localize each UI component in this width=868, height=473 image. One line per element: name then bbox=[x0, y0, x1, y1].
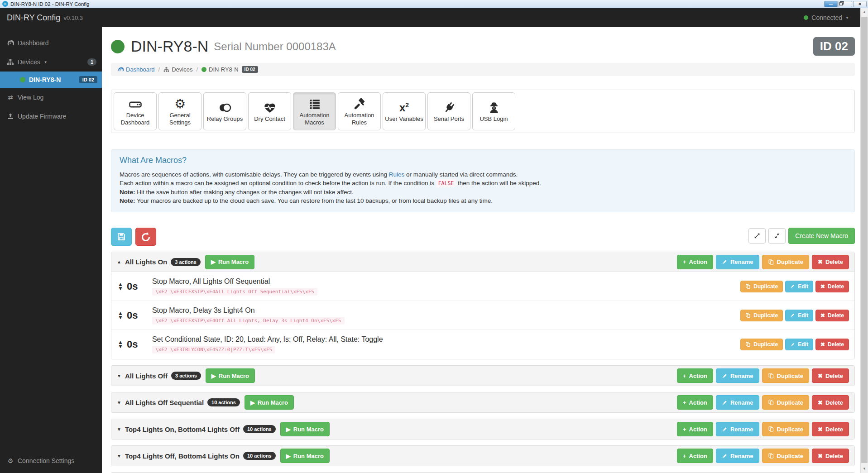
tab-automation-rules[interactable]: Automation Rules bbox=[338, 92, 381, 130]
play-icon: ▶ bbox=[250, 399, 255, 406]
sidebar-item-update-firmware[interactable]: Update Firmware bbox=[0, 107, 102, 126]
macro-name[interactable]: All Lights On bbox=[125, 258, 167, 266]
duplicate-macro-button[interactable]: Duplicate bbox=[762, 255, 810, 269]
breadcrumb-dashboard-link[interactable]: Dashboard bbox=[126, 66, 155, 73]
undo-button[interactable] bbox=[135, 228, 156, 246]
duplicate-action-button[interactable]: Duplicate bbox=[740, 281, 783, 292]
duplicate-macro-button[interactable]: Duplicate bbox=[762, 368, 810, 383]
x-icon: ✖ bbox=[818, 399, 823, 406]
sidebar-item-devices[interactable]: Devices ▼ 1 bbox=[0, 53, 102, 72]
restore-button[interactable] bbox=[839, 1, 852, 7]
tab-device-dashboard[interactable]: Device Dashboard bbox=[114, 92, 157, 130]
macro-name[interactable]: All Lights Off Sequential bbox=[125, 399, 204, 406]
macro-name[interactable]: Top4 Lights On, Bottom4 Lights Off bbox=[125, 425, 240, 433]
add-action-button[interactable]: +Action bbox=[677, 395, 713, 410]
info-note-1: Note: Hit the save button after making a… bbox=[120, 188, 846, 196]
delete-action-button[interactable]: ✖Delete bbox=[815, 339, 849, 350]
delete-macro-button[interactable]: ✖Delete bbox=[812, 395, 849, 410]
heartbeat-icon bbox=[264, 102, 276, 114]
tab-serial-ports[interactable]: Serial Ports bbox=[427, 92, 470, 130]
tab-general-settings[interactable]: ⚙ General Settings bbox=[158, 92, 201, 130]
run-macro-button[interactable]: ▶Run Macro bbox=[245, 395, 294, 410]
brand-version: v0.10.3 bbox=[63, 14, 83, 21]
macro-name[interactable]: Top4 Lights Off, Bottom4 Lights On bbox=[125, 452, 240, 460]
run-macro-button[interactable]: ▶Run Macro bbox=[205, 255, 254, 269]
rename-macro-button[interactable]: Rename bbox=[716, 395, 759, 410]
collapse-all-button[interactable] bbox=[768, 228, 786, 244]
drag-sort-handle[interactable]: ▲▼ bbox=[118, 340, 123, 349]
x-squared-icon: ≡x2 bbox=[399, 101, 409, 114]
pencil-icon bbox=[722, 426, 728, 432]
scrollbar-thumb[interactable] bbox=[861, 17, 868, 463]
duplicate-macro-button[interactable]: Duplicate bbox=[762, 449, 810, 463]
save-button[interactable] bbox=[111, 228, 132, 246]
caret-up-icon[interactable]: ▲ bbox=[117, 259, 121, 264]
breadcrumb-dashboard[interactable]: Dashboard bbox=[118, 66, 155, 73]
add-action-button[interactable]: +Action bbox=[677, 368, 713, 383]
delete-action-button[interactable]: ✖Delete bbox=[815, 310, 849, 321]
action-delay: 0s bbox=[127, 339, 142, 350]
run-macro-button[interactable]: ▶Run Macro bbox=[206, 368, 255, 383]
scroll-up-arrow-icon[interactable]: ▲ bbox=[861, 9, 868, 16]
close-button[interactable]: ✕ bbox=[853, 1, 867, 7]
expand-all-button[interactable] bbox=[748, 228, 766, 244]
tab-automation-macros[interactable]: Automation Macros bbox=[293, 92, 336, 130]
drag-sort-handle[interactable]: ▲▼ bbox=[118, 282, 123, 291]
plus-icon: + bbox=[683, 258, 686, 265]
tab-dry-contact[interactable]: Dry Contact bbox=[248, 92, 291, 130]
rename-macro-button[interactable]: Rename bbox=[716, 368, 759, 383]
tab-usb-login[interactable]: USB Login bbox=[472, 92, 515, 130]
macros-toolbar: Create New Macro bbox=[111, 228, 855, 246]
caret-down-icon[interactable]: ▼ bbox=[117, 454, 121, 459]
copy-icon bbox=[768, 453, 774, 459]
drag-sort-handle[interactable]: ▲▼ bbox=[118, 311, 123, 320]
sidebar-item-dashboard[interactable]: Dashboard bbox=[0, 33, 102, 53]
delete-action-button[interactable]: ✖Delete bbox=[815, 281, 849, 292]
add-action-button[interactable]: +Action bbox=[677, 422, 713, 436]
add-action-button[interactable]: +Action bbox=[677, 255, 713, 269]
action-title: Stop Macro, Delay 3s Light4 On bbox=[152, 306, 345, 315]
copy-icon bbox=[768, 426, 774, 432]
caret-down-icon[interactable]: ▼ bbox=[117, 400, 121, 405]
add-action-button[interactable]: +Action bbox=[677, 449, 713, 463]
minimize-button[interactable]: — bbox=[824, 1, 838, 7]
delete-macro-button[interactable]: ✖Delete bbox=[812, 449, 849, 463]
run-macro-button[interactable]: ▶Run Macro bbox=[280, 449, 330, 463]
delete-macro-button[interactable]: ✖Delete bbox=[812, 255, 849, 269]
device-status-dot-icon bbox=[201, 67, 206, 72]
create-new-macro-button[interactable]: Create New Macro bbox=[788, 228, 855, 244]
sidebar-item-din-ry8-n[interactable]: DIN-RY8-N ID 02 bbox=[0, 72, 102, 88]
save-icon bbox=[116, 232, 126, 242]
tab-user-variables[interactable]: ≡x2 User Variables bbox=[383, 92, 426, 130]
sidebar-item-view-log[interactable]: ⇄ View Log bbox=[0, 88, 102, 107]
tab-relay-groups[interactable]: Relay Groups bbox=[203, 92, 246, 130]
sidebar-item-connection-settings[interactable]: ⚙ Connection Settings bbox=[0, 451, 102, 470]
dashboard-icon bbox=[118, 67, 124, 72]
connection-status-dropdown[interactable]: Connected ▼ bbox=[804, 14, 854, 21]
sidebar-item-label: DIN-RY8-N bbox=[29, 76, 61, 83]
breadcrumb-devices[interactable]: Devices bbox=[163, 66, 192, 73]
delete-macro-button[interactable]: ✖Delete bbox=[812, 422, 849, 436]
rename-macro-button[interactable]: Rename bbox=[716, 255, 759, 269]
duplicate-action-button[interactable]: Duplicate bbox=[740, 339, 783, 350]
vertical-scrollbar[interactable]: ▲ ▼ bbox=[860, 8, 868, 473]
delete-macro-button[interactable]: ✖Delete bbox=[812, 368, 849, 383]
plus-icon: + bbox=[683, 399, 686, 406]
edit-action-button[interactable]: Edit bbox=[785, 281, 813, 292]
caret-down-icon[interactable]: ▼ bbox=[117, 373, 121, 378]
rules-link[interactable]: Rules bbox=[389, 171, 405, 178]
scroll-down-arrow-icon[interactable]: ▼ bbox=[861, 465, 868, 473]
caret-down-icon[interactable]: ▼ bbox=[117, 427, 121, 432]
edit-action-button[interactable]: Edit bbox=[785, 310, 813, 321]
duplicate-macro-button[interactable]: Duplicate bbox=[762, 422, 810, 436]
rename-macro-button[interactable]: Rename bbox=[716, 422, 759, 436]
x-icon: ✖ bbox=[820, 283, 825, 290]
rename-macro-button[interactable]: Rename bbox=[716, 449, 759, 463]
duplicate-macro-button[interactable]: Duplicate bbox=[762, 395, 810, 410]
top-navbar: DIN-RY Config v0.10.3 Connected ▼ bbox=[0, 8, 860, 27]
macro-name[interactable]: All Lights Off bbox=[125, 372, 168, 380]
edit-action-button[interactable]: Edit bbox=[785, 339, 813, 350]
run-macro-button[interactable]: ▶Run Macro bbox=[280, 422, 330, 436]
duplicate-action-button[interactable]: Duplicate bbox=[740, 310, 783, 321]
device-id-badge-small: ID 02 bbox=[242, 66, 258, 73]
